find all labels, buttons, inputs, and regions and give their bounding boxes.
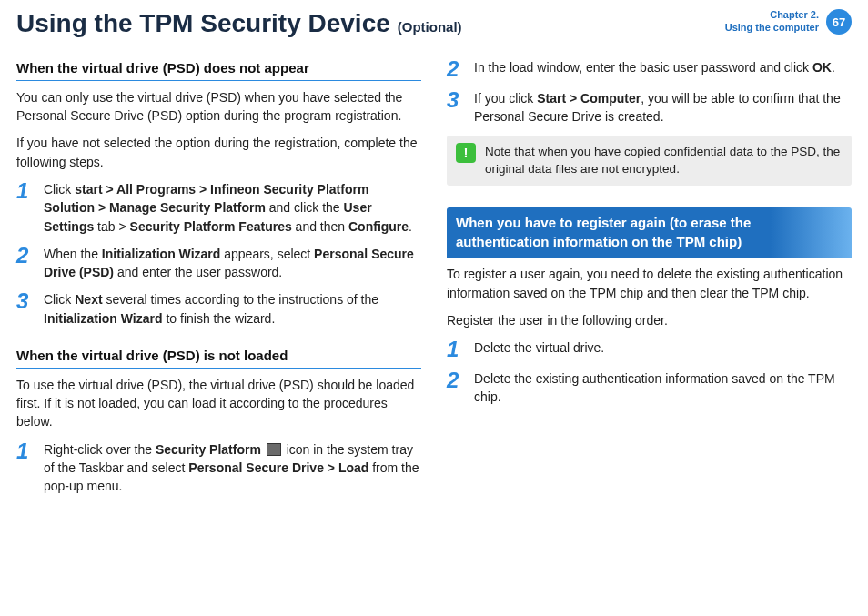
step-number: 3 xyxy=(447,89,463,126)
step-item: 3 If you click Start > Computer, you wil… xyxy=(447,89,852,126)
page-number-badge: 67 xyxy=(826,9,852,35)
step-item: 1 Click start > All Programs > Infineon … xyxy=(16,180,421,236)
step-item: 1 Right-click over the Security Platform… xyxy=(16,440,421,496)
step-item: 2 When the Initialization Wizard appears… xyxy=(16,245,421,282)
step-item: 2 Delete the existing authentication inf… xyxy=(447,369,852,407)
paragraph: To register a user again, you need to de… xyxy=(447,265,852,302)
section-heading-psd-not-appear: When the virtual drive (PSD) does not ap… xyxy=(16,58,421,81)
step-number: 2 xyxy=(16,245,33,282)
step-number: 3 xyxy=(16,290,33,328)
note-callout: ! Note that when you have copied confide… xyxy=(447,136,852,186)
step-item: 2 In the load window, enter the basic us… xyxy=(447,58,852,80)
chapter-line1: Chapter 2. xyxy=(725,9,819,22)
note-text: Note that when you have copied confident… xyxy=(485,143,843,178)
step-number: 1 xyxy=(16,440,33,496)
page-title: Using the TPM Security Device xyxy=(16,9,390,38)
paragraph: If you have not selected the option duri… xyxy=(16,134,421,171)
paragraph: You can only use the virtual drive (PSD)… xyxy=(16,88,421,126)
step-number: 2 xyxy=(447,369,463,407)
step-number: 2 xyxy=(447,58,463,80)
section-banner-register-again: When you have to register again (to eras… xyxy=(447,207,852,258)
system-tray-icon xyxy=(267,443,281,456)
step-number: 1 xyxy=(447,338,463,360)
left-column: When the virtual drive (PSD) does not ap… xyxy=(16,58,421,505)
alert-icon: ! xyxy=(456,143,476,163)
section-heading-psd-not-loaded: When the virtual drive (PSD) is not load… xyxy=(16,346,421,369)
chapter-info: Chapter 2. Using the computer 67 xyxy=(725,9,852,35)
chapter-line2: Using the computer xyxy=(725,22,819,35)
right-column: 2 In the load window, enter the basic us… xyxy=(447,58,852,505)
paragraph: To use the virtual drive (PSD), the virt… xyxy=(16,376,421,431)
step-item: 3 Click Next several times according to … xyxy=(16,290,421,328)
step-number: 1 xyxy=(16,180,33,236)
paragraph: Register the user in the following order… xyxy=(447,311,852,329)
page-title-suffix: (Optional) xyxy=(398,19,462,35)
step-item: 1 Delete the virtual drive. xyxy=(447,338,852,360)
